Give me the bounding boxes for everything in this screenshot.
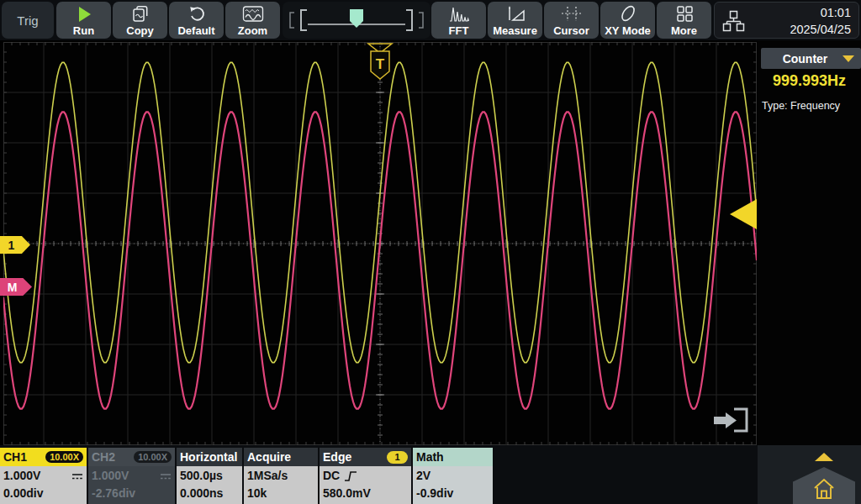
ch1-offset: 0.00div <box>3 485 43 502</box>
ch1-volts: 1.000V <box>3 467 40 485</box>
more-icon <box>674 4 695 24</box>
clock-panel[interactable]: 01:01 2025/04/25 <box>714 2 859 39</box>
more-label: More <box>671 24 697 37</box>
math-offset-value: -0.9div <box>416 485 453 502</box>
run-button[interactable]: Run <box>56 2 111 39</box>
zoom-button[interactable]: Zoom <box>225 2 280 39</box>
fft-label: FFT <box>449 24 469 37</box>
fft-button[interactable]: FFT <box>431 2 486 39</box>
measure-label: Measure <box>493 24 537 37</box>
math-title: Math <box>416 450 444 464</box>
ch2-label: CH2 <box>92 450 115 464</box>
edge-title: Edge <box>323 450 351 464</box>
trigger-level-arrow[interactable] <box>730 199 757 229</box>
ch2-probe-badge: 10.00X <box>134 451 172 463</box>
right-sidebar: Counter 999.993Hz Type: Frequency <box>758 40 861 445</box>
fft-icon <box>448 4 470 24</box>
oscilloscope-screen: { "topbar": { "trig": "Trig", "buttons":… <box>0 0 861 504</box>
acquire-title: Acquire <box>247 450 291 464</box>
home-icon <box>811 476 837 501</box>
horizontal-position-slider[interactable] <box>283 2 430 39</box>
trig-button[interactable]: Trig <box>2 2 54 39</box>
rising-edge-icon <box>344 470 357 482</box>
expand-arrow-icon[interactable] <box>714 409 747 431</box>
run-label: Run <box>73 24 94 37</box>
default-button[interactable]: Default <box>169 2 224 39</box>
copy-label: Copy <box>126 24 154 37</box>
math-panel[interactable]: Math 2V -0.9div <box>413 448 493 504</box>
date-value: 2025/04/25 <box>790 21 851 38</box>
more-button[interactable]: More <box>657 2 711 39</box>
delay-value: 0.000ns <box>180 485 223 502</box>
trigger-source-badge: 1 <box>387 451 408 464</box>
counter-type: Type: Frequency <box>762 100 840 112</box>
ch1-probe-badge: 10.00X <box>45 451 83 463</box>
ch2-volts: 1.000V <box>92 467 129 485</box>
run-icon <box>74 4 94 24</box>
ch1-marker-label: 1 <box>8 239 15 252</box>
ch1-panel[interactable]: CH1 10.00X 1.000V 0.00div <box>0 448 87 504</box>
counter-title: Counter <box>783 52 828 66</box>
math-marker-label: M <box>8 281 18 294</box>
timebase-value: 500.0µs <box>180 467 223 485</box>
measure-button[interactable]: Measure <box>488 2 542 39</box>
trig-label: Trig <box>17 13 38 28</box>
counter-value: 999.993Hz <box>758 72 861 90</box>
xy-mode-button[interactable]: XY Mode <box>600 2 655 39</box>
ch2-panel[interactable]: CH2 10.00X 1.000V -2.76div <box>88 448 175 504</box>
bottom-status-bar: CH1 10.00X 1.000V 0.00div CH2 10.00X 1.0… <box>0 445 861 504</box>
trigger-level-value: 580.0mV <box>323 485 371 502</box>
slider-inner-left-bracket <box>301 10 307 30</box>
horizontal-panel[interactable]: Horizontal 500.0µs 0.000ns <box>177 448 242 504</box>
copy-button[interactable]: Copy <box>113 2 167 39</box>
acquire-panel[interactable]: Acquire 1MSa/s 10k <box>244 448 318 504</box>
trigger-marker-letter: T <box>376 56 385 72</box>
home-zone <box>758 445 861 504</box>
zoom-icon <box>241 4 265 24</box>
measure-icon <box>504 4 526 24</box>
network-icon <box>722 10 745 32</box>
xy-mode-label: XY Mode <box>605 24 651 37</box>
trigger-coupling: DC <box>323 467 340 485</box>
sample-rate-value: 1MSa/s <box>247 467 288 485</box>
counter-dropdown[interactable]: Counter <box>761 48 861 69</box>
slider-outer-right-bracket <box>419 13 423 28</box>
math-scale-value: 2V <box>416 467 430 485</box>
trigger-panel[interactable]: Edge 1 DC 580.0mV <box>320 448 411 504</box>
slider-outer-left-bracket <box>290 13 294 28</box>
counter-type-label: Type: <box>762 100 788 112</box>
memory-depth-value: 10k <box>247 485 267 502</box>
copy-icon <box>130 4 151 24</box>
top-toolbar: Trig Run Copy Default Zoom <box>0 0 861 40</box>
time-value: 01:01 <box>790 4 851 21</box>
dc-coupling-icon <box>160 472 172 480</box>
slider-inner-right-bracket <box>406 10 412 30</box>
chevron-down-icon <box>843 55 854 62</box>
ch1-label: CH1 <box>3 450 27 464</box>
collapse-up-arrow[interactable] <box>815 453 833 461</box>
default-icon <box>187 4 207 24</box>
cursor-label: Cursor <box>553 24 589 37</box>
horizontal-title: Horizontal <box>180 450 237 464</box>
home-button[interactable] <box>793 467 855 504</box>
dc-coupling-icon <box>71 472 83 480</box>
zoom-label: Zoom <box>238 24 267 37</box>
cursor-button[interactable]: Cursor <box>544 2 599 39</box>
ch2-offset: -2.76div <box>92 485 135 502</box>
default-label: Default <box>177 24 214 37</box>
xy-mode-icon <box>618 4 638 24</box>
cursor-icon <box>560 4 584 24</box>
counter-type-value: Frequency <box>790 100 840 112</box>
waveform-display[interactable]: T <box>3 42 757 445</box>
